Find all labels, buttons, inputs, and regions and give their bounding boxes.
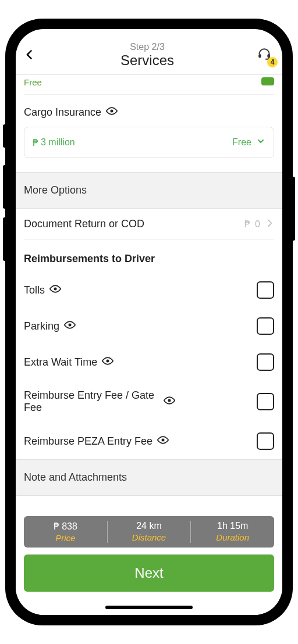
entry-fee-label: Reimburse Entry Fee / Gate Fee: [24, 389, 159, 414]
peso-icon: ₱: [54, 521, 62, 531]
chevron-right-icon: [265, 219, 274, 230]
info-eye-icon[interactable]: [164, 395, 175, 409]
peza-fee-checkbox[interactable]: [257, 432, 274, 450]
entry-fee-row: Reimburse Entry Fee / Gate Fee: [16, 380, 282, 423]
more-options-header: More Options: [16, 172, 282, 209]
home-indicator[interactable]: [105, 606, 193, 609]
info-eye-icon[interactable]: [106, 105, 118, 120]
previous-option-partial: Free: [16, 75, 282, 94]
svg-point-6: [168, 399, 171, 402]
wait-time-label: Extra Wait Time: [24, 356, 97, 368]
document-return-price: ₱ 0: [244, 219, 274, 230]
screen: Step 2/3 Services 4 Free Cargo Insurance: [16, 29, 282, 615]
insurance-price: Free: [232, 137, 265, 148]
cargo-insurance-label: Cargo Insurance: [24, 106, 101, 119]
peso-icon: ₱: [244, 219, 250, 230]
phone-frame: Step 2/3 Services 4 Free Cargo Insurance: [6, 20, 292, 624]
summary-distance: 24 km Distance: [108, 521, 191, 543]
info-eye-icon[interactable]: [64, 319, 76, 334]
phone-side-button: [3, 165, 6, 209]
parking-row: Parking: [16, 308, 282, 344]
chevron-down-icon: [256, 137, 265, 148]
parking-label: Parking: [24, 320, 59, 332]
peza-fee-row: Reimburse PEZA Entry Fee: [16, 423, 282, 459]
entry-fee-checkbox[interactable]: [257, 393, 274, 410]
svg-point-3: [54, 287, 57, 290]
previous-price-label: Free: [24, 77, 42, 87]
document-return-row[interactable]: Document Return or COD ₱ 0: [16, 209, 282, 239]
back-button[interactable]: [24, 48, 38, 62]
page-title: Services: [38, 52, 257, 69]
document-return-label: Document Return or COD: [24, 218, 144, 230]
summary-duration: 1h 15m Duration: [191, 521, 274, 543]
tolls-label: Tolls: [24, 284, 45, 296]
phone-side-button: [3, 217, 6, 261]
tolls-checkbox[interactable]: [257, 281, 274, 299]
svg-rect-0: [258, 54, 261, 58]
info-eye-icon[interactable]: [157, 434, 169, 449]
wait-time-checkbox[interactable]: [257, 353, 274, 371]
notification-badge: 4: [267, 57, 278, 67]
reimbursements-header: Reimbursements to Driver: [16, 240, 282, 272]
phone-side-button: [3, 124, 6, 148]
summary-price: ₱ 838 Price: [24, 521, 108, 543]
insurance-amount: ₱ 3 million: [33, 137, 75, 148]
svg-point-4: [69, 323, 72, 326]
notes-header: Note and Attachments: [16, 459, 282, 496]
chevron-left-icon: [24, 49, 36, 60]
header-title-block: Step 2/3 Services: [38, 42, 257, 69]
cargo-insurance-selector[interactable]: ₱ 3 million Free: [24, 127, 274, 158]
peza-fee-label: Reimburse PEZA Entry Fee: [24, 435, 152, 448]
phone-side-button: [292, 177, 295, 241]
content-scroll[interactable]: Free Cargo Insurance ₱ 3 million Free: [16, 75, 282, 510]
header: Step 2/3 Services 4: [16, 29, 282, 75]
step-label: Step 2/3: [38, 42, 257, 52]
note-to-driver-label: Note to Driver: [16, 496, 282, 510]
svg-point-7: [162, 438, 165, 441]
svg-point-5: [107, 359, 109, 362]
toggle-partial[interactable]: [261, 77, 274, 85]
parking-checkbox[interactable]: [257, 317, 274, 335]
peso-icon: ₱: [33, 137, 38, 148]
support-button[interactable]: 4: [257, 46, 274, 64]
cargo-insurance-title: Cargo Insurance: [16, 95, 282, 127]
svg-point-2: [111, 110, 113, 113]
info-eye-icon[interactable]: [102, 355, 113, 370]
wait-time-row: Extra Wait Time: [16, 344, 282, 380]
footer: ₱ 838 Price 24 km Distance 1h 15m Durati…: [16, 510, 282, 615]
tolls-row: Tolls: [16, 272, 282, 308]
next-button[interactable]: Next: [24, 554, 274, 592]
info-eye-icon[interactable]: [49, 283, 61, 298]
summary-bar: ₱ 838 Price 24 km Distance 1h 15m Durati…: [24, 516, 274, 548]
